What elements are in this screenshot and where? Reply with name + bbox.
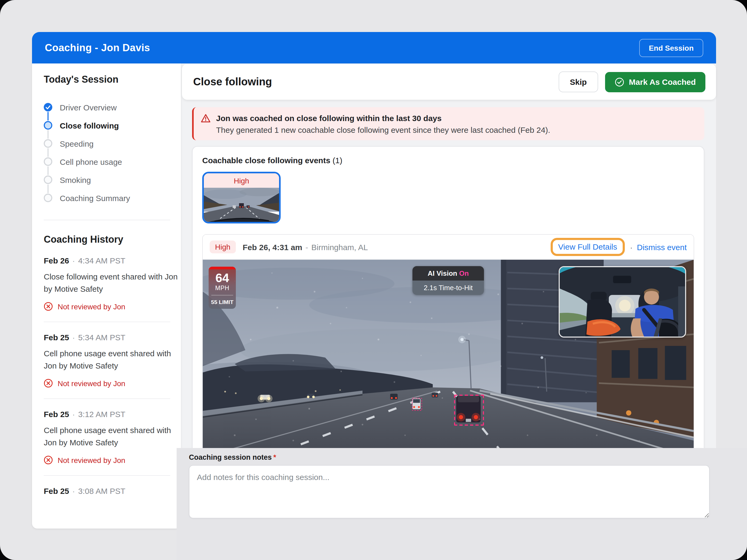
step-driver-overview[interactable]: Driver Overview [44,98,170,116]
step-todo-circle [44,176,52,184]
event-thumbnail[interactable]: High [202,172,281,223]
coaching-notes-section: Coaching session notes* [177,448,747,560]
required-asterisk: * [274,453,276,461]
history-date: Feb 25 [44,333,69,342]
history-status: Not reviewed by Jon [44,379,170,388]
history-time: 3:08 AM PST [78,486,125,496]
ai-vision-label: AI Vision [428,269,457,277]
history-date-row: Feb 25·3:12 AM PST [44,409,170,419]
history-description: Cell phone usage event shared with Jon b… [44,425,178,449]
highlight-ring: View Full Details [551,238,624,256]
step-close-following[interactable]: Close following [44,116,170,134]
ai-bounding-box-vehicle-far [412,398,422,411]
events-section-title: Coachable close following events (1) [202,156,694,165]
app-header: Coaching - Jon Davis End Session [32,32,716,63]
dot-separator: · [72,333,75,342]
notes-label: Coaching session notes* [189,453,276,461]
ai-vision-tooltip: AI Vision On 2.1s Time-to-Hit [412,266,484,295]
circle-x-icon [44,379,53,388]
history-status-text: Not reviewed by Jon [58,456,125,464]
notes-label-text: Coaching session notes [189,453,272,461]
history-date: Feb 25 [44,486,69,496]
step-label: Smoking [60,175,91,184]
history-time: 4:34 AM PST [78,256,125,265]
history-item: Feb 26·4:34 AM PST Close following event… [44,245,170,322]
sidebar: Today's Session Driver Overview Close fo… [32,63,181,529]
thumbnail-severity-badge: High [204,174,279,188]
location-separator: - [306,242,308,251]
speed-alert-bar [209,267,236,269]
time-to-hit: 2.1s Time-to-Hit [412,281,484,295]
speed-unit: MPH [209,285,236,292]
history-item: Feb 25·3:12 AM PST Cell phone usage even… [44,399,170,476]
history-status: Not reviewed by Jon [44,455,170,464]
circle-x-icon [44,302,53,311]
page-canvas: Coaching - Jon Davis End Session Today's… [0,0,747,560]
todays-session-title: Today's Session [44,74,170,85]
step-cell-phone-usage[interactable]: Cell phone usage [44,153,170,171]
speed-value: 64 [209,271,236,285]
speed-limit: 55 LIMIT [209,299,236,305]
history-item: Feb 25·3:08 AM PST [44,476,170,506]
page-header-actions: Skip Mark As Coached [559,72,705,92]
step-smoking[interactable]: Smoking [44,171,170,189]
view-full-details-link[interactable]: View Full Details [558,242,617,251]
events-count: (1) [332,156,342,165]
step-todo-circle [44,139,52,148]
coachable-events-card: Coachable close following events (1) Hig… [192,146,704,466]
event-datetime: Feb 26, 4:31 am [243,242,302,251]
history-item: Feb 25·5:34 AM PST Cell phone usage even… [44,322,170,399]
dot-separator: · [72,486,75,496]
page-title: Close following [193,76,272,88]
history-description: Cell phone usage event shared with Jon b… [44,348,178,372]
thumbnail-road-image [204,188,279,223]
speed-overlay: 64 MPH 55 LIMIT [209,267,236,309]
sidebar-divider [44,220,170,220]
skip-button[interactable]: Skip [559,72,598,92]
dismiss-event-link[interactable]: Dismiss event [637,242,687,251]
ai-bounding-box-vehicle [454,395,484,426]
step-todo-circle [44,194,52,202]
coached-recently-warning: Jon was coached on close following withi… [192,107,704,140]
step-label: Close following [60,121,119,130]
speed-divider [211,295,233,295]
history-time: 3:12 AM PST [78,409,125,419]
history-date: Feb 25 [44,409,69,419]
ai-vision-state: On [459,269,469,277]
ai-vision-status: AI Vision On [412,266,484,281]
mark-as-coached-label: Mark As Coached [629,77,696,86]
dot-separator: · [72,409,75,419]
step-label: Speeding [60,139,94,148]
event-video-frame[interactable]: 64 MPH 55 LIMIT AI Vision On 2.1s Time-t… [203,259,694,451]
warning-title: Jon was coached on close following withi… [216,112,550,124]
mark-as-coached-button[interactable]: Mark As Coached [605,72,705,92]
step-todo-circle [44,157,52,166]
warning-triangle-icon [201,114,211,123]
check-icon [45,105,51,110]
history-date: Feb 26 [44,256,69,265]
driver-camera-inset [559,266,686,338]
history-date-row: Feb 25·5:34 AM PST [44,333,170,342]
step-speeding[interactable]: Speeding [44,134,170,153]
coaching-history-title: Coaching History [44,234,170,245]
history-description: Close following event shared with Jon by… [44,271,178,295]
history-date-row: Feb 26·4:34 AM PST [44,256,170,265]
step-label: Cell phone usage [60,157,122,166]
event-actions: View Full Details · Dismiss event [551,238,687,256]
warning-body: They generated 1 new coachable close fol… [216,124,550,136]
end-session-button[interactable]: End Session [639,39,703,57]
step-done-circle [44,103,52,111]
dot-separator: · [72,256,75,265]
step-label: Driver Overview [60,103,117,112]
history-status-text: Not reviewed by Jon [58,302,125,311]
warning-text: Jon was coached on close following withi… [216,112,550,140]
dot-separator: · [630,242,633,251]
event-detail-panel: High Feb 26, 4:31 am - Birmingham, AL Vi… [202,234,694,452]
circle-x-icon [44,455,53,464]
step-current-circle [44,121,52,130]
history-status-text: Not reviewed by Jon [58,379,125,388]
coaching-notes-textarea[interactable] [189,465,710,518]
history-status: Not reviewed by Jon [44,302,170,311]
step-label: Coaching Summary [60,193,130,203]
step-coaching-summary[interactable]: Coaching Summary [44,189,170,207]
